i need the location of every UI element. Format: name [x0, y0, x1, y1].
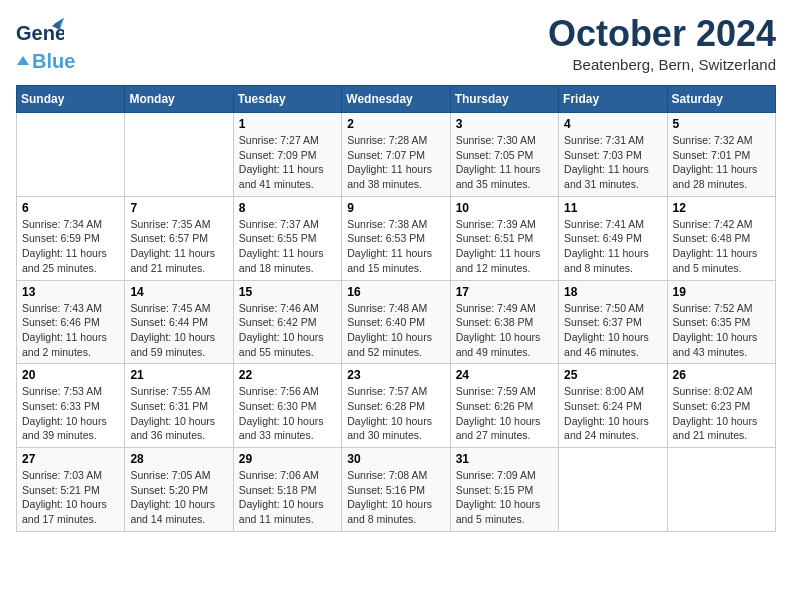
day-number: 15 [239, 285, 336, 299]
calendar-cell: 27Sunrise: 7:03 AM Sunset: 5:21 PM Dayli… [17, 448, 125, 532]
day-number: 24 [456, 368, 553, 382]
day-number: 31 [456, 452, 553, 466]
calendar-cell: 8Sunrise: 7:37 AM Sunset: 6:55 PM Daylig… [233, 196, 341, 280]
day-info: Sunrise: 7:49 AM Sunset: 6:38 PM Dayligh… [456, 301, 553, 360]
column-header-wednesday: Wednesday [342, 86, 450, 113]
calendar-cell: 29Sunrise: 7:06 AM Sunset: 5:18 PM Dayli… [233, 448, 341, 532]
calendar-cell [17, 113, 125, 197]
calendar-cell: 16Sunrise: 7:48 AM Sunset: 6:40 PM Dayli… [342, 280, 450, 364]
day-info: Sunrise: 7:53 AM Sunset: 6:33 PM Dayligh… [22, 384, 119, 443]
day-info: Sunrise: 7:05 AM Sunset: 5:20 PM Dayligh… [130, 468, 227, 527]
day-info: Sunrise: 7:59 AM Sunset: 6:26 PM Dayligh… [456, 384, 553, 443]
day-number: 30 [347, 452, 444, 466]
calendar-cell [559, 448, 667, 532]
week-row-4: 20Sunrise: 7:53 AM Sunset: 6:33 PM Dayli… [17, 364, 776, 448]
calendar-cell: 10Sunrise: 7:39 AM Sunset: 6:51 PM Dayli… [450, 196, 558, 280]
calendar-cell: 25Sunrise: 8:00 AM Sunset: 6:24 PM Dayli… [559, 364, 667, 448]
column-header-tuesday: Tuesday [233, 86, 341, 113]
day-info: Sunrise: 7:06 AM Sunset: 5:18 PM Dayligh… [239, 468, 336, 527]
day-number: 29 [239, 452, 336, 466]
calendar-cell: 9Sunrise: 7:38 AM Sunset: 6:53 PM Daylig… [342, 196, 450, 280]
day-info: Sunrise: 7:37 AM Sunset: 6:55 PM Dayligh… [239, 217, 336, 276]
calendar-cell: 24Sunrise: 7:59 AM Sunset: 6:26 PM Dayli… [450, 364, 558, 448]
day-info: Sunrise: 7:38 AM Sunset: 6:53 PM Dayligh… [347, 217, 444, 276]
calendar-cell: 18Sunrise: 7:50 AM Sunset: 6:37 PM Dayli… [559, 280, 667, 364]
calendar-cell: 2Sunrise: 7:28 AM Sunset: 7:07 PM Daylig… [342, 113, 450, 197]
calendar-cell: 26Sunrise: 8:02 AM Sunset: 6:23 PM Dayli… [667, 364, 775, 448]
calendar-cell [125, 113, 233, 197]
calendar-cell: 15Sunrise: 7:46 AM Sunset: 6:42 PM Dayli… [233, 280, 341, 364]
calendar-cell: 14Sunrise: 7:45 AM Sunset: 6:44 PM Dayli… [125, 280, 233, 364]
column-header-monday: Monday [125, 86, 233, 113]
day-info: Sunrise: 7:42 AM Sunset: 6:48 PM Dayligh… [673, 217, 770, 276]
day-number: 16 [347, 285, 444, 299]
day-number: 8 [239, 201, 336, 215]
calendar-cell: 17Sunrise: 7:49 AM Sunset: 6:38 PM Dayli… [450, 280, 558, 364]
day-number: 18 [564, 285, 661, 299]
day-number: 25 [564, 368, 661, 382]
calendar-cell: 4Sunrise: 7:31 AM Sunset: 7:03 PM Daylig… [559, 113, 667, 197]
day-number: 20 [22, 368, 119, 382]
calendar-cell: 13Sunrise: 7:43 AM Sunset: 6:46 PM Dayli… [17, 280, 125, 364]
day-number: 5 [673, 117, 770, 131]
page-header: General Blue October 2024 Beatenberg, Be… [16, 16, 776, 73]
day-number: 7 [130, 201, 227, 215]
day-number: 9 [347, 201, 444, 215]
day-info: Sunrise: 7:31 AM Sunset: 7:03 PM Dayligh… [564, 133, 661, 192]
calendar-cell: 23Sunrise: 7:57 AM Sunset: 6:28 PM Dayli… [342, 364, 450, 448]
day-number: 22 [239, 368, 336, 382]
day-number: 4 [564, 117, 661, 131]
day-info: Sunrise: 7:30 AM Sunset: 7:05 PM Dayligh… [456, 133, 553, 192]
calendar-cell: 7Sunrise: 7:35 AM Sunset: 6:57 PM Daylig… [125, 196, 233, 280]
calendar-cell: 19Sunrise: 7:52 AM Sunset: 6:35 PM Dayli… [667, 280, 775, 364]
day-info: Sunrise: 7:43 AM Sunset: 6:46 PM Dayligh… [22, 301, 119, 360]
day-number: 10 [456, 201, 553, 215]
day-info: Sunrise: 7:39 AM Sunset: 6:51 PM Dayligh… [456, 217, 553, 276]
day-number: 28 [130, 452, 227, 466]
day-number: 6 [22, 201, 119, 215]
day-number: 26 [673, 368, 770, 382]
day-info: Sunrise: 7:35 AM Sunset: 6:57 PM Dayligh… [130, 217, 227, 276]
day-info: Sunrise: 7:08 AM Sunset: 5:16 PM Dayligh… [347, 468, 444, 527]
day-number: 17 [456, 285, 553, 299]
day-number: 19 [673, 285, 770, 299]
week-row-3: 13Sunrise: 7:43 AM Sunset: 6:46 PM Dayli… [17, 280, 776, 364]
day-info: Sunrise: 7:09 AM Sunset: 5:15 PM Dayligh… [456, 468, 553, 527]
day-number: 21 [130, 368, 227, 382]
day-number: 11 [564, 201, 661, 215]
calendar-cell: 21Sunrise: 7:55 AM Sunset: 6:31 PM Dayli… [125, 364, 233, 448]
calendar-table: SundayMondayTuesdayWednesdayThursdayFrid… [16, 85, 776, 532]
day-info: Sunrise: 7:55 AM Sunset: 6:31 PM Dayligh… [130, 384, 227, 443]
day-info: Sunrise: 7:50 AM Sunset: 6:37 PM Dayligh… [564, 301, 661, 360]
column-header-sunday: Sunday [17, 86, 125, 113]
calendar-cell: 6Sunrise: 7:34 AM Sunset: 6:59 PM Daylig… [17, 196, 125, 280]
day-info: Sunrise: 7:28 AM Sunset: 7:07 PM Dayligh… [347, 133, 444, 192]
day-info: Sunrise: 7:57 AM Sunset: 6:28 PM Dayligh… [347, 384, 444, 443]
calendar-cell: 28Sunrise: 7:05 AM Sunset: 5:20 PM Dayli… [125, 448, 233, 532]
calendar-cell: 22Sunrise: 7:56 AM Sunset: 6:30 PM Dayli… [233, 364, 341, 448]
day-info: Sunrise: 7:56 AM Sunset: 6:30 PM Dayligh… [239, 384, 336, 443]
calendar-cell: 30Sunrise: 7:08 AM Sunset: 5:16 PM Dayli… [342, 448, 450, 532]
day-info: Sunrise: 7:32 AM Sunset: 7:01 PM Dayligh… [673, 133, 770, 192]
month-title: October 2024 [548, 16, 776, 52]
title-block: October 2024 Beatenberg, Bern, Switzerla… [548, 16, 776, 73]
day-info: Sunrise: 8:00 AM Sunset: 6:24 PM Dayligh… [564, 384, 661, 443]
day-info: Sunrise: 7:27 AM Sunset: 7:09 PM Dayligh… [239, 133, 336, 192]
calendar-cell: 5Sunrise: 7:32 AM Sunset: 7:01 PM Daylig… [667, 113, 775, 197]
day-number: 23 [347, 368, 444, 382]
calendar-cell: 12Sunrise: 7:42 AM Sunset: 6:48 PM Dayli… [667, 196, 775, 280]
week-row-2: 6Sunrise: 7:34 AM Sunset: 6:59 PM Daylig… [17, 196, 776, 280]
day-info: Sunrise: 7:46 AM Sunset: 6:42 PM Dayligh… [239, 301, 336, 360]
day-number: 12 [673, 201, 770, 215]
day-info: Sunrise: 8:02 AM Sunset: 6:23 PM Dayligh… [673, 384, 770, 443]
day-info: Sunrise: 7:34 AM Sunset: 6:59 PM Dayligh… [22, 217, 119, 276]
calendar-header-row: SundayMondayTuesdayWednesdayThursdayFrid… [17, 86, 776, 113]
day-number: 27 [22, 452, 119, 466]
day-info: Sunrise: 7:48 AM Sunset: 6:40 PM Dayligh… [347, 301, 444, 360]
day-number: 1 [239, 117, 336, 131]
column-header-thursday: Thursday [450, 86, 558, 113]
day-info: Sunrise: 7:45 AM Sunset: 6:44 PM Dayligh… [130, 301, 227, 360]
calendar-cell: 1Sunrise: 7:27 AM Sunset: 7:09 PM Daylig… [233, 113, 341, 197]
week-row-5: 27Sunrise: 7:03 AM Sunset: 5:21 PM Dayli… [17, 448, 776, 532]
day-number: 2 [347, 117, 444, 131]
